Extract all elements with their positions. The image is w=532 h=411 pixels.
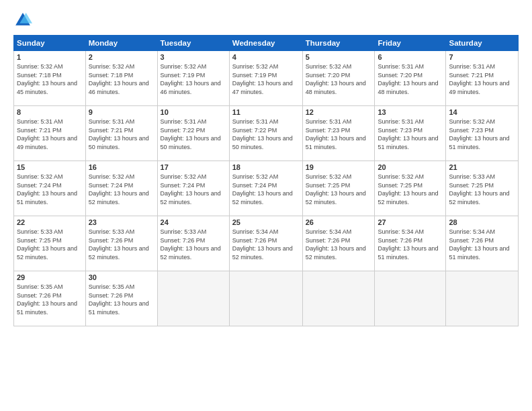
calendar-cell: 7 Sunrise: 5:31 AMSunset: 7:21 PMDayligh…	[446, 51, 519, 106]
day-info: Sunrise: 5:33 AMSunset: 7:26 PMDaylight:…	[161, 228, 221, 261]
day-number: 4	[232, 53, 300, 61]
calendar-cell	[157, 271, 229, 326]
calendar-cell: 20 Sunrise: 5:32 AMSunset: 7:25 PMDaylig…	[375, 161, 446, 216]
day-number: 10	[161, 108, 226, 116]
day-info: Sunrise: 5:32 AMSunset: 7:24 PMDaylight:…	[17, 173, 77, 205]
day-number: 30	[89, 273, 154, 281]
day-number: 18	[232, 163, 300, 171]
calendar-cell: 3 Sunrise: 5:32 AMSunset: 7:19 PMDayligh…	[157, 51, 229, 106]
day-number: 7	[449, 53, 515, 61]
table-row: 22 Sunrise: 5:33 AMSunset: 7:25 PMDaylig…	[14, 216, 519, 271]
col-sunday: Sunday	[14, 36, 86, 51]
day-number: 28	[449, 218, 515, 226]
day-number: 5	[306, 53, 372, 61]
day-number: 25	[232, 218, 300, 226]
calendar-cell: 1 Sunrise: 5:32 AMSunset: 7:18 PMDayligh…	[14, 51, 86, 106]
day-info: Sunrise: 5:35 AMSunset: 7:26 PMDaylight:…	[17, 283, 77, 316]
day-info: Sunrise: 5:32 AMSunset: 7:24 PMDaylight:…	[161, 173, 221, 205]
calendar-cell: 17 Sunrise: 5:32 AMSunset: 7:24 PMDaylig…	[157, 161, 229, 216]
day-info: Sunrise: 5:33 AMSunset: 7:25 PMDaylight:…	[17, 228, 77, 261]
day-number: 11	[232, 108, 300, 116]
calendar-cell: 4 Sunrise: 5:32 AMSunset: 7:19 PMDayligh…	[229, 51, 302, 106]
col-thursday: Thursday	[302, 36, 375, 51]
calendar-cell	[229, 271, 302, 326]
day-info: Sunrise: 5:34 AMSunset: 7:26 PMDaylight:…	[232, 228, 293, 261]
calendar-cell: 11 Sunrise: 5:31 AMSunset: 7:22 PMDaylig…	[229, 106, 302, 161]
calendar-cell: 12 Sunrise: 5:31 AMSunset: 7:23 PMDaylig…	[302, 106, 375, 161]
day-info: Sunrise: 5:32 AMSunset: 7:18 PMDaylight:…	[17, 63, 77, 95]
calendar-page: Sunday Monday Tuesday Wednesday Thursday…	[0, 0, 532, 411]
day-info: Sunrise: 5:31 AMSunset: 7:21 PMDaylight:…	[17, 118, 77, 150]
day-info: Sunrise: 5:32 AMSunset: 7:19 PMDaylight:…	[232, 63, 293, 95]
calendar-cell: 5 Sunrise: 5:32 AMSunset: 7:20 PMDayligh…	[302, 51, 375, 106]
day-info: Sunrise: 5:31 AMSunset: 7:23 PMDaylight:…	[378, 118, 438, 150]
day-info: Sunrise: 5:34 AMSunset: 7:26 PMDaylight:…	[449, 228, 509, 261]
day-info: Sunrise: 5:32 AMSunset: 7:24 PMDaylight:…	[232, 173, 293, 205]
col-saturday: Saturday	[446, 36, 519, 51]
day-number: 1	[17, 53, 83, 61]
calendar-cell	[375, 271, 446, 326]
day-info: Sunrise: 5:32 AMSunset: 7:25 PMDaylight:…	[306, 173, 366, 205]
table-row: 8 Sunrise: 5:31 AMSunset: 7:21 PMDayligh…	[14, 106, 519, 161]
day-info: Sunrise: 5:35 AMSunset: 7:26 PMDaylight:…	[89, 283, 149, 316]
day-number: 2	[89, 53, 154, 61]
day-info: Sunrise: 5:32 AMSunset: 7:19 PMDaylight:…	[161, 63, 221, 95]
day-number: 8	[17, 108, 83, 116]
day-number: 26	[306, 218, 372, 226]
table-row: 29 Sunrise: 5:35 AMSunset: 7:26 PMDaylig…	[14, 271, 519, 326]
calendar-cell	[302, 271, 375, 326]
calendar-cell: 30 Sunrise: 5:35 AMSunset: 7:26 PMDaylig…	[85, 271, 157, 326]
col-tuesday: Tuesday	[157, 36, 229, 51]
calendar-cell	[446, 271, 519, 326]
calendar-cell: 28 Sunrise: 5:34 AMSunset: 7:26 PMDaylig…	[446, 216, 519, 271]
day-number: 19	[306, 163, 372, 171]
day-info: Sunrise: 5:33 AMSunset: 7:26 PMDaylight:…	[89, 228, 149, 261]
day-number: 15	[17, 163, 83, 171]
day-info: Sunrise: 5:32 AMSunset: 7:23 PMDaylight:…	[449, 118, 509, 150]
day-info: Sunrise: 5:34 AMSunset: 7:26 PMDaylight:…	[306, 228, 366, 261]
calendar-cell: 6 Sunrise: 5:31 AMSunset: 7:20 PMDayligh…	[375, 51, 446, 106]
day-number: 13	[378, 108, 443, 116]
calendar-cell: 23 Sunrise: 5:33 AMSunset: 7:26 PMDaylig…	[85, 216, 157, 271]
logo	[13, 11, 35, 30]
table-row: 1 Sunrise: 5:32 AMSunset: 7:18 PMDayligh…	[14, 51, 519, 106]
calendar-cell: 29 Sunrise: 5:35 AMSunset: 7:26 PMDaylig…	[14, 271, 86, 326]
page-header	[13, 11, 519, 30]
calendar-cell: 25 Sunrise: 5:34 AMSunset: 7:26 PMDaylig…	[229, 216, 302, 271]
calendar-header-row: Sunday Monday Tuesday Wednesday Thursday…	[14, 36, 519, 51]
calendar-cell: 8 Sunrise: 5:31 AMSunset: 7:21 PMDayligh…	[14, 106, 86, 161]
calendar-cell: 18 Sunrise: 5:32 AMSunset: 7:24 PMDaylig…	[229, 161, 302, 216]
calendar-table: Sunday Monday Tuesday Wednesday Thursday…	[13, 35, 519, 326]
calendar-cell: 16 Sunrise: 5:32 AMSunset: 7:24 PMDaylig…	[85, 161, 157, 216]
day-number: 29	[17, 273, 83, 281]
calendar-cell: 15 Sunrise: 5:32 AMSunset: 7:24 PMDaylig…	[14, 161, 86, 216]
day-info: Sunrise: 5:31 AMSunset: 7:21 PMDaylight:…	[89, 118, 149, 150]
day-info: Sunrise: 5:31 AMSunset: 7:23 PMDaylight:…	[306, 118, 366, 150]
day-number: 23	[89, 218, 154, 226]
day-number: 21	[449, 163, 515, 171]
day-info: Sunrise: 5:32 AMSunset: 7:24 PMDaylight:…	[89, 173, 149, 205]
day-number: 12	[306, 108, 372, 116]
calendar-cell: 2 Sunrise: 5:32 AMSunset: 7:18 PMDayligh…	[85, 51, 157, 106]
day-info: Sunrise: 5:31 AMSunset: 7:20 PMDaylight:…	[378, 63, 438, 95]
calendar-cell: 21 Sunrise: 5:33 AMSunset: 7:25 PMDaylig…	[446, 161, 519, 216]
day-info: Sunrise: 5:32 AMSunset: 7:18 PMDaylight:…	[89, 63, 149, 95]
day-number: 9	[89, 108, 154, 116]
day-info: Sunrise: 5:31 AMSunset: 7:21 PMDaylight:…	[449, 63, 509, 95]
calendar-cell: 19 Sunrise: 5:32 AMSunset: 7:25 PMDaylig…	[302, 161, 375, 216]
day-info: Sunrise: 5:32 AMSunset: 7:25 PMDaylight:…	[378, 173, 438, 205]
day-info: Sunrise: 5:33 AMSunset: 7:25 PMDaylight:…	[449, 173, 509, 205]
col-monday: Monday	[85, 36, 157, 51]
day-number: 27	[378, 218, 443, 226]
table-row: 15 Sunrise: 5:32 AMSunset: 7:24 PMDaylig…	[14, 161, 519, 216]
calendar-cell: 24 Sunrise: 5:33 AMSunset: 7:26 PMDaylig…	[157, 216, 229, 271]
calendar-cell: 22 Sunrise: 5:33 AMSunset: 7:25 PMDaylig…	[14, 216, 86, 271]
calendar-cell: 26 Sunrise: 5:34 AMSunset: 7:26 PMDaylig…	[302, 216, 375, 271]
day-info: Sunrise: 5:34 AMSunset: 7:26 PMDaylight:…	[378, 228, 438, 261]
calendar-cell: 10 Sunrise: 5:31 AMSunset: 7:22 PMDaylig…	[157, 106, 229, 161]
logo-icon	[13, 11, 32, 30]
day-number: 6	[378, 53, 443, 61]
calendar-cell: 27 Sunrise: 5:34 AMSunset: 7:26 PMDaylig…	[375, 216, 446, 271]
day-number: 3	[161, 53, 226, 61]
day-number: 24	[161, 218, 226, 226]
